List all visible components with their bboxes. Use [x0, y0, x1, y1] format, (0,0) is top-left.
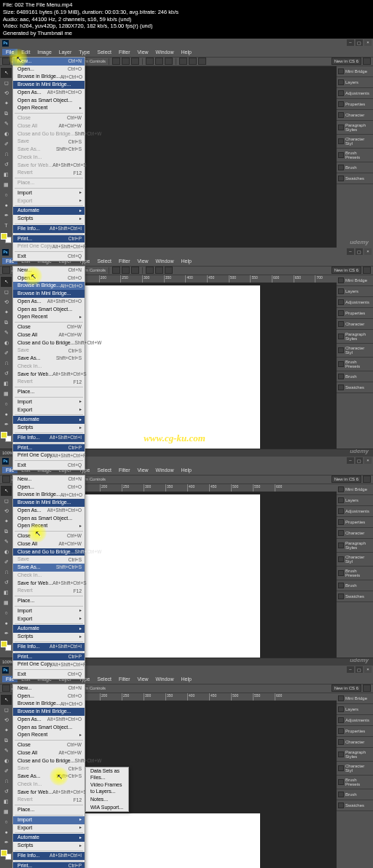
menu-item-print[interactable]: Print...Ctrl+P — [13, 862, 85, 869]
menu-item-open-recent[interactable]: Open Recent▸ — [13, 731, 85, 739]
menu-item-export[interactable]: Export▸ — [13, 824, 85, 832]
panel-brush-presets[interactable]: Brush Presets — [337, 776, 373, 789]
menu-help[interactable]: Help — [178, 258, 195, 264]
align-icon[interactable] — [155, 58, 163, 65]
panel-brush-presets[interactable]: Brush Presets — [337, 358, 373, 371]
menu-item-open[interactable]: Open...Ctrl+O — [13, 275, 85, 283]
minimize-button[interactable]: – — [347, 248, 354, 255]
lasso-tool-icon[interactable]: ⟲ — [1, 715, 12, 725]
panel-adjustments[interactable]: Adjustments — [337, 297, 373, 308]
menu-item-automate[interactable]: Automate▸ — [13, 625, 85, 633]
minimize-button[interactable]: – — [347, 457, 354, 464]
panel-character[interactable]: Character — [337, 737, 373, 748]
pen-tool-icon[interactable]: ✒ — [1, 210, 12, 221]
tool-preset-icon[interactable] — [2, 267, 10, 274]
menu-item-open-as[interactable]: Open As...Alt+Shift+Ctrl+O — [13, 716, 85, 724]
menu-item-open-recent[interactable]: Open Recent▸ — [13, 104, 85, 112]
heal-tool-icon[interactable]: ◐ — [1, 338, 12, 348]
menu-item-scripts[interactable]: Scripts▸ — [13, 424, 85, 432]
menu-item-print-one[interactable]: Print One CopyAlt+Shift+Ctrl+P — [13, 242, 85, 250]
panel-adjustments[interactable]: Adjustments — [337, 88, 373, 99]
menu-item-save-web[interactable]: Save for Web...Alt+Shift+Ctrl+S — [13, 789, 85, 797]
menu-item-close[interactable]: CloseCtrl+W — [13, 114, 85, 122]
close-button[interactable]: × — [364, 666, 372, 673]
menu-item-open-smart[interactable]: Open as Smart Object... — [13, 724, 85, 732]
move-tool-icon[interactable]: ↖ — [1, 486, 12, 496]
panel-mini-bridge[interactable]: Mini Bridge — [337, 66, 373, 77]
menu-item-save-as[interactable]: Save As...Shift+Ctrl+S — [13, 146, 85, 154]
align-icon[interactable] — [122, 267, 130, 274]
menu-item-print-one[interactable]: Print One CopyAlt+Shift+Ctrl+P — [13, 660, 85, 668]
blur-tool-icon[interactable]: ○ — [1, 608, 12, 618]
minimize-button[interactable]: – — [347, 666, 354, 673]
menu-item-save-as[interactable]: Save As...Shift+Ctrl+S — [13, 564, 85, 572]
menu-select[interactable]: Select — [94, 49, 115, 55]
panel-swatches[interactable]: Swatches — [337, 173, 373, 184]
submenu-item-notes[interactable]: Notes... — [86, 796, 128, 804]
blur-tool-icon[interactable]: ○ — [1, 817, 12, 827]
menu-item-file-info[interactable]: File Info...Alt+Shift+Ctrl+I — [13, 852, 85, 860]
align-icon[interactable] — [165, 58, 173, 65]
menu-item-new[interactable]: New...Ctrl+N — [13, 684, 85, 693]
menu-item-exit[interactable]: ExitCtrl+Q — [13, 462, 85, 470]
eyedropper-tool-icon[interactable]: ✎ — [1, 746, 12, 756]
stamp-tool-icon[interactable]: ⎍ — [1, 149, 12, 159]
distribute-icon[interactable] — [189, 58, 197, 65]
menu-item-print[interactable]: Print...Ctrl+P — [13, 444, 85, 452]
brush-tool-icon[interactable]: ✐ — [1, 557, 12, 567]
close-button[interactable]: × — [364, 248, 372, 255]
align-icon[interactable] — [155, 267, 163, 274]
fg-color-swatch[interactable] — [1, 641, 7, 647]
panel-brush-presets[interactable]: Brush Presets — [337, 149, 373, 162]
menu-edit[interactable]: Edit — [17, 49, 34, 55]
menu-view[interactable]: View — [134, 258, 152, 264]
menu-item-new[interactable]: New...Ctrl+N — [13, 476, 85, 484]
align-icon[interactable] — [131, 58, 139, 65]
menu-item-save[interactable]: SaveCtrl+S — [13, 556, 85, 564]
menu-window[interactable]: Window — [152, 258, 178, 264]
panel-character-styles[interactable]: Character Styl — [337, 762, 373, 776]
menu-item-open[interactable]: Open...Ctrl+O — [13, 693, 85, 701]
document-canvas[interactable] — [85, 285, 260, 449]
menu-item-open-smart[interactable]: Open as Smart Object... — [13, 306, 85, 314]
menu-view[interactable]: View — [134, 49, 152, 55]
panel-mini-bridge[interactable]: Mini Bridge — [337, 484, 373, 495]
menu-item-checkin[interactable]: Check In... — [13, 781, 85, 789]
menu-item-open-as[interactable]: Open As...Alt+Shift+Ctrl+O — [13, 507, 85, 515]
menu-item-close-all[interactable]: Close AllAlt+Ctrl+W — [13, 749, 85, 757]
panel-swatches[interactable]: Swatches — [337, 591, 373, 602]
menu-item-save-web[interactable]: Save for Web...Alt+Shift+Ctrl+S — [13, 580, 85, 588]
fg-color-swatch[interactable] — [1, 850, 7, 856]
heal-tool-icon[interactable]: ◐ — [1, 547, 12, 557]
menu-item-automate[interactable]: Automate▸ — [13, 834, 85, 842]
menu-item-checkin[interactable]: Check In... — [13, 154, 85, 162]
pen-tool-icon[interactable]: ✒ — [1, 419, 12, 430]
minimize-button[interactable]: – — [347, 39, 354, 46]
menu-item-close[interactable]: CloseCtrl+W — [13, 741, 85, 749]
menu-item-open-recent[interactable]: Open Recent▸ — [13, 522, 85, 530]
menu-item-open-smart[interactable]: Open as Smart Object... — [13, 97, 85, 105]
dodge-tool-icon[interactable]: ● — [1, 618, 12, 628]
menu-item-import[interactable]: Import▸ — [13, 189, 85, 197]
stamp-tool-icon[interactable]: ⎍ — [1, 776, 12, 786]
color-swatches[interactable] — [1, 641, 12, 651]
menu-item-new[interactable]: New...Ctrl+N — [13, 267, 85, 275]
eyedropper-tool-icon[interactable]: ✎ — [1, 328, 12, 338]
menu-item-close-bridge[interactable]: Close and Go to Bridge...Shift+Ctrl+W — [13, 339, 85, 347]
panel-character[interactable]: Character — [337, 110, 373, 121]
menu-item-open-as[interactable]: Open As...Alt+Shift+Ctrl+O — [13, 298, 85, 306]
menu-item-import[interactable]: Import▸ — [13, 816, 85, 824]
menu-item-open[interactable]: Open...Ctrl+O — [13, 484, 85, 492]
menu-item-browse-mini-bridge[interactable]: Browse in Mini Bridge... — [13, 708, 85, 716]
menu-item-place[interactable]: Place... — [13, 806, 85, 814]
menu-item-print-one[interactable]: Print One CopyAlt+Shift+Ctrl+P — [13, 451, 85, 459]
gradient-tool-icon[interactable]: ▦ — [1, 389, 12, 399]
menu-help[interactable]: Help — [178, 49, 195, 55]
menu-view[interactable]: View — [134, 676, 152, 682]
wand-tool-icon[interactable]: ✦ — [1, 516, 12, 526]
fg-color-swatch[interactable] — [1, 233, 7, 240]
distribute-icon[interactable] — [198, 58, 206, 65]
panel-brush[interactable]: Brush — [337, 371, 373, 382]
panel-swatches[interactable]: Swatches — [337, 382, 373, 393]
gradient-tool-icon[interactable]: ▦ — [1, 180, 12, 190]
